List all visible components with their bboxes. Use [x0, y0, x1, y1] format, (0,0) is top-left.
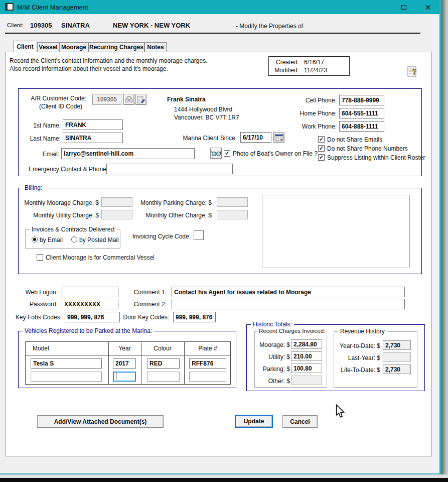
- marina-since-field[interactable]: [240, 132, 271, 143]
- cancel-button[interactable]: Cancel: [282, 415, 318, 428]
- client-display-name: Frank Sinatra: [167, 96, 206, 103]
- header-client-label: Client:: [7, 22, 24, 28]
- monthly-utility-label: Monthly Utility Charge: $: [19, 212, 99, 219]
- commercial-vessel-checkbox[interactable]: [37, 254, 43, 261]
- intro-line1: Record the Client's contact information …: [10, 57, 208, 64]
- tab-vessel[interactable]: Vessel: [37, 42, 59, 52]
- work-phone-field[interactable]: [339, 121, 384, 132]
- historic-totals-title: Historic Totals:: [251, 321, 294, 328]
- photo-on-file-label: Photo of Boat's Owner on File ?: [233, 150, 318, 157]
- home-phone-field[interactable]: [339, 108, 384, 118]
- suppress-roster-checkbox[interactable]: ✓: [318, 154, 325, 161]
- utility-invoiced-field[interactable]: [291, 351, 322, 361]
- tab-client[interactable]: Client: [13, 41, 37, 52]
- mouse-cursor: [335, 404, 345, 421]
- vehicle-model-field-row1[interactable]: [31, 358, 102, 369]
- invoicing-cycle-field[interactable]: [194, 230, 204, 240]
- monthly-other-label: Monthly Other Charge: $: [134, 212, 212, 219]
- parking-invoiced-label: Parking: $: [255, 366, 290, 373]
- window-title: M/M Client Management: [17, 4, 88, 11]
- marina-since-label: Marina Client Since:: [154, 135, 237, 142]
- last-year-label: Last-Year: $: [334, 354, 380, 362]
- work-phone-label: Work Phone:: [286, 123, 337, 130]
- key-fobs-label: Key Fobs Codes:: [15, 314, 62, 321]
- key-fobs-field[interactable]: [65, 312, 120, 322]
- vehicle-colour-field-row1[interactable]: [147, 358, 180, 369]
- client-address-line1: 1444 Hollywood Blvrd: [174, 106, 232, 113]
- invoicing-cycle-label: Invoicing Cycle Code:: [131, 233, 191, 240]
- do-not-share-emails-checkbox[interactable]: ✓: [318, 136, 325, 143]
- vehicles-title: Vehicles Registered to be Parked at the …: [23, 327, 154, 334]
- monthly-moorage-field[interactable]: [101, 197, 132, 207]
- header-client-name: SINATRA: [61, 22, 90, 29]
- moorage-invoiced-field[interactable]: [291, 339, 322, 349]
- help-icon: ?: [407, 65, 420, 78]
- column-header-plate: Plate #: [184, 345, 231, 352]
- window-icon: [5, 3, 14, 11]
- billing-title: Billing:: [23, 184, 44, 191]
- maximize-button[interactable]: [398, 2, 410, 13]
- vehicle-colour-field-row2[interactable]: [147, 372, 180, 382]
- tab-recurring-charges[interactable]: Recurring Charges: [88, 42, 144, 52]
- emergency-field[interactable]: [106, 164, 233, 174]
- check-icon: ✓: [319, 145, 324, 151]
- lookup-client-button[interactable]: [123, 94, 134, 105]
- do-not-share-phones-checkbox[interactable]: ✓: [318, 145, 325, 152]
- door-key-field[interactable]: [173, 312, 216, 322]
- check-icon: ✓: [319, 136, 324, 142]
- check-icon: ✓: [319, 154, 324, 160]
- vehicles-table: Model Year Colour Plate #: [25, 341, 231, 385]
- delivery-group: Invoices & Contracts Delivered: by Email…: [25, 229, 120, 249]
- maximize-icon: [401, 5, 406, 10]
- deliver-by-email-radio[interactable]: [32, 236, 38, 243]
- parking-invoiced-field[interactable]: [291, 364, 322, 373]
- tab-notes[interactable]: Notes: [144, 42, 167, 52]
- title-bar[interactable]: M/M Client Management ✕: [0, 0, 439, 14]
- view-email-button[interactable]: [210, 148, 222, 159]
- help-button[interactable]: ?: [407, 65, 420, 78]
- column-header-model: Model: [33, 345, 49, 352]
- ar-code-sublabel: (Client ID Code): [19, 103, 82, 110]
- cell-phone-field[interactable]: [339, 95, 384, 105]
- deliver-by-email-label: by Email: [40, 236, 63, 244]
- vehicle-model-field-row2[interactable]: [31, 372, 102, 382]
- attached-documents-button[interactable]: Add/View Attached Document(s): [37, 415, 164, 428]
- monthly-parking-field[interactable]: [217, 197, 248, 207]
- edit-notes-button[interactable]: [135, 94, 146, 105]
- comment1-field[interactable]: [172, 287, 405, 297]
- billing-memo-box[interactable]: [262, 195, 410, 268]
- clipboard-pen-icon: [136, 95, 145, 104]
- column-header-colour: Colour: [141, 345, 184, 352]
- recent-charges-title: Recent Charges Invoiced:: [257, 328, 327, 334]
- check-icon: ✓: [225, 150, 229, 156]
- text-caret: [116, 373, 116, 380]
- date-picker-button[interactable]: [273, 132, 284, 143]
- vehicles-section: Vehicles Registered to be Parked at the …: [18, 331, 236, 388]
- monthly-other-field[interactable]: [217, 210, 248, 219]
- photo-on-file-checkbox[interactable]: ✓: [224, 150, 230, 157]
- vehicle-plate-field-row2[interactable]: [189, 372, 226, 382]
- deliver-by-mail-radio[interactable]: [71, 236, 77, 243]
- desktop-bar-bottom: [0, 478, 448, 482]
- update-button[interactable]: Update: [235, 415, 273, 428]
- header-client-id: 109305: [30, 22, 52, 29]
- last-name-field[interactable]: [63, 133, 123, 143]
- password-field[interactable]: [62, 299, 118, 309]
- email-field[interactable]: [61, 148, 195, 159]
- web-logon-field[interactable]: [62, 287, 118, 297]
- vehicle-plate-field-row1[interactable]: [189, 358, 226, 369]
- year-to-date-field[interactable]: [383, 340, 411, 350]
- first-name-field[interactable]: [63, 119, 123, 130]
- comment2-field[interactable]: [172, 299, 405, 309]
- intro-line2: Also record information about their vess…: [10, 65, 168, 72]
- monthly-utility-field[interactable]: [101, 210, 132, 219]
- vehicle-year-field-row1[interactable]: [113, 358, 136, 369]
- desktop: M/M Client Management ✕ Client: 109305 S…: [0, 0, 448, 482]
- last-year-field[interactable]: [383, 352, 411, 362]
- home-phone-label: Home Phone:: [286, 110, 337, 117]
- life-to-date-field[interactable]: [383, 365, 411, 374]
- tab-moorage[interactable]: Moorage: [59, 42, 88, 52]
- ar-code-field[interactable]: [92, 94, 121, 105]
- other-invoiced-field[interactable]: [291, 376, 322, 385]
- close-button[interactable]: ✕: [422, 2, 434, 13]
